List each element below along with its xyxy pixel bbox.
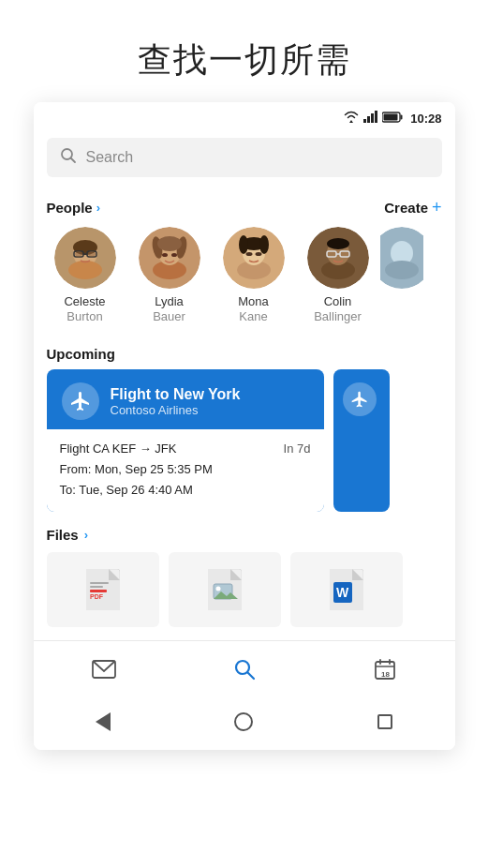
svg-rect-47 [90,590,107,592]
svg-text:PDF: PDF [90,593,104,600]
flight-icon-circle-sm [343,382,377,416]
files-chevron-icon: › [84,528,88,542]
flight-detail-from: From: Mon, Sep 25 5:35 PM [60,459,311,480]
phone-card: 10:28 Search People › Create + [34,102,455,750]
svg-line-64 [247,673,254,680]
person-mona-name: Mona Kane [238,294,269,323]
person-celeste[interactable]: Celeste Burton [43,227,127,323]
avatar-mona [223,227,285,289]
nav-search[interactable] [216,651,273,688]
svg-point-31 [259,235,269,254]
svg-rect-5 [384,114,398,121]
svg-text:18: 18 [381,670,390,679]
status-icons: 10:28 [343,110,441,127]
people-section-header: People › Create + [34,190,455,227]
flight-card-details: Flight CA KEF → JFK In 7d From: Mon, Sep… [47,429,324,512]
battery-icon [382,110,403,127]
android-home-button[interactable] [227,705,260,739]
files-section-header[interactable]: Files › [34,512,455,552]
people-label-group[interactable]: People › [47,200,101,216]
file-card-word[interactable]: W [290,552,403,627]
person-colin-name: Colin Ballinger [314,294,362,323]
svg-text:W: W [336,585,349,600]
android-back-button[interactable] [88,705,118,739]
wifi-icon [343,110,360,127]
upcoming-label: Upcoming [47,346,115,362]
person-extra[interactable] [380,227,423,323]
search-icon [60,147,77,168]
svg-point-24 [162,253,168,257]
flight-card-partial[interactable] [333,369,390,512]
people-chevron-icon: › [96,201,100,215]
svg-point-30 [239,235,248,254]
svg-point-16 [75,251,82,257]
bottom-nav: 18 [34,640,455,696]
search-bar[interactable]: Search [47,138,442,177]
flight-card-title: Flight to New York [111,386,241,403]
upcoming-header: Upcoming [34,337,455,369]
svg-rect-50 [90,586,103,588]
person-lydia[interactable]: Lydia Bauer [127,227,212,323]
svg-point-23 [157,236,182,251]
person-colin[interactable]: Colin Ballinger [296,227,380,323]
svg-rect-1 [367,116,370,123]
flight-cards-row: Flight to New York Contoso Airlines Flig… [34,369,455,512]
android-nav [34,696,455,750]
svg-rect-49 [90,582,109,584]
svg-line-8 [70,158,75,163]
person-celeste-name: Celeste Burton [64,294,105,323]
create-label-group[interactable]: Create + [384,198,441,217]
file-card-pdf[interactable]: PDF [47,552,159,627]
flight-detail-to: To: Tue, Sep 26 4:40 AM [60,480,311,501]
svg-point-12 [68,261,102,279]
flight-icon-circle [62,382,99,420]
nav-calendar[interactable]: 18 [357,651,413,688]
search-placeholder: Search [86,149,134,166]
svg-rect-6 [401,115,403,120]
svg-point-17 [88,251,96,257]
avatar-colin [307,227,369,289]
svg-rect-0 [363,119,366,123]
svg-rect-3 [375,111,377,123]
svg-point-37 [327,238,349,249]
avatar-celeste [54,227,116,289]
files-label: Files [47,527,79,543]
flight-card-subtitle: Contoso Airlines [111,403,241,417]
svg-point-55 [215,587,220,591]
people-row: Celeste Burton [34,227,455,337]
flight-card-top: Flight to New York Contoso Airlines [47,369,324,429]
svg-point-32 [245,252,252,256]
svg-rect-2 [371,113,374,123]
create-plus-icon: + [432,198,442,217]
flight-detail-route: Flight CA KEF → JFK In 7d [60,439,311,459]
create-label: Create [384,200,428,216]
svg-point-25 [171,253,177,257]
person-lydia-name: Lydia Bauer [153,294,185,323]
page-title-area: 查找一切所需 [0,0,488,102]
person-mona[interactable]: Mona Kane [212,227,296,323]
android-recents-button[interactable] [370,707,400,737]
signal-icon [363,110,378,127]
flight-in-days: In 7d [284,439,311,459]
files-row: PDF W [34,552,455,640]
avatar-extra [380,227,423,289]
avatar-lydia [139,227,200,289]
status-bar: 10:28 [34,102,455,130]
flight-card-main[interactable]: Flight to New York Contoso Airlines Flig… [47,369,324,512]
flight-card-text: Flight to New York Contoso Airlines [111,386,241,417]
page-title: 查找一切所需 [19,37,469,83]
status-time: 10:28 [410,112,441,126]
svg-point-43 [385,261,419,279]
file-card-image[interactable] [169,552,281,627]
nav-mail[interactable] [76,651,132,688]
svg-point-33 [255,252,261,256]
people-label: People [47,200,93,216]
